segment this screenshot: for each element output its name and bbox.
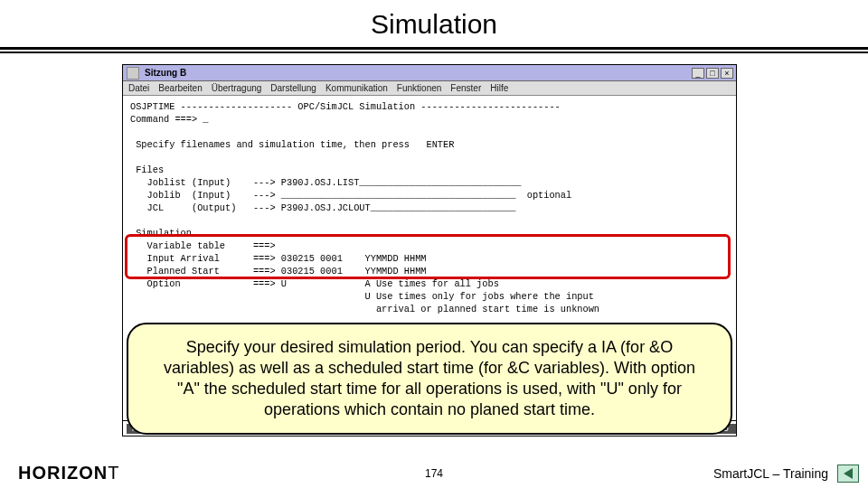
menu-item[interactable]: Datei <box>128 83 149 93</box>
window-caption: Sitzung B <box>143 68 692 78</box>
minimize-button[interactable]: _ <box>692 68 704 79</box>
term-line: Input Arrival ===> 030215 0001 YYMMDD HH… <box>130 253 427 264</box>
menu-item[interactable]: Bearbeiten <box>158 83 202 93</box>
maximize-button[interactable]: □ <box>706 68 719 79</box>
term-line: Files <box>130 164 164 175</box>
prev-slide-icon[interactable] <box>837 465 859 483</box>
slide-title: Simulation <box>0 0 868 47</box>
menu-item[interactable]: Hilfe <box>490 83 508 93</box>
close-button[interactable]: × <box>721 68 733 79</box>
window-menubar: Datei Bearbeiten Übertragung Darstellung… <box>123 81 736 96</box>
page-number: 174 <box>425 467 443 480</box>
menu-item[interactable]: Kommunikation <box>326 83 388 93</box>
callout-bubble: Specify your desired simulation period. … <box>127 323 732 435</box>
course-label: SmartJCL – Training <box>713 466 828 481</box>
window-titlebar: Sitzung B _ □ × <box>123 65 736 81</box>
menu-item[interactable]: Fenster <box>450 83 481 93</box>
term-line: Joblib (Input) ---> ____________________… <box>130 190 571 201</box>
term-line: Command ===> _ <box>130 114 209 125</box>
term-line: Specify filenames and simulation time, t… <box>130 139 454 150</box>
brand-bold: HORIZON <box>18 463 108 483</box>
brand: HORIZONT <box>0 463 119 483</box>
content-area: Sitzung B _ □ × Datei Bearbeiten Übertra… <box>0 53 868 442</box>
window-controls: _ □ × <box>692 68 736 79</box>
app-icon <box>127 67 139 80</box>
slide-footer: HORIZONT 174 SmartJCL – Training <box>0 457 868 488</box>
menu-item[interactable]: Darstellung <box>270 83 316 93</box>
title-rule <box>0 47 868 50</box>
term-line: Simulation <box>130 228 192 239</box>
term-line: Option ===> U A Use times for all jobs <box>130 278 499 289</box>
menu-item[interactable]: Übertragung <box>212 83 262 93</box>
term-line: OSJPTIME -------------------- OPC/SimJCL… <box>130 101 561 112</box>
brand-tail: T <box>108 463 119 483</box>
term-line: Planned Start ===> 030215 0001 YYMMDD HH… <box>130 266 427 277</box>
term-line: JCL (Output) ---> P390J.OSJ.JCLOUT______… <box>130 202 515 213</box>
menu-item[interactable]: Funktionen <box>397 83 441 93</box>
callout-text: Specify your desired simulation period. … <box>164 338 695 418</box>
term-line: Variable table ===> <box>130 240 276 251</box>
term-line: Joblist (Input) ---> P390J.OSJ.LIST_____… <box>130 177 522 188</box>
term-line: U Use times only for jobs where the inpu… <box>130 291 594 302</box>
term-line: arrival or planned start time is unknown <box>130 304 599 314</box>
